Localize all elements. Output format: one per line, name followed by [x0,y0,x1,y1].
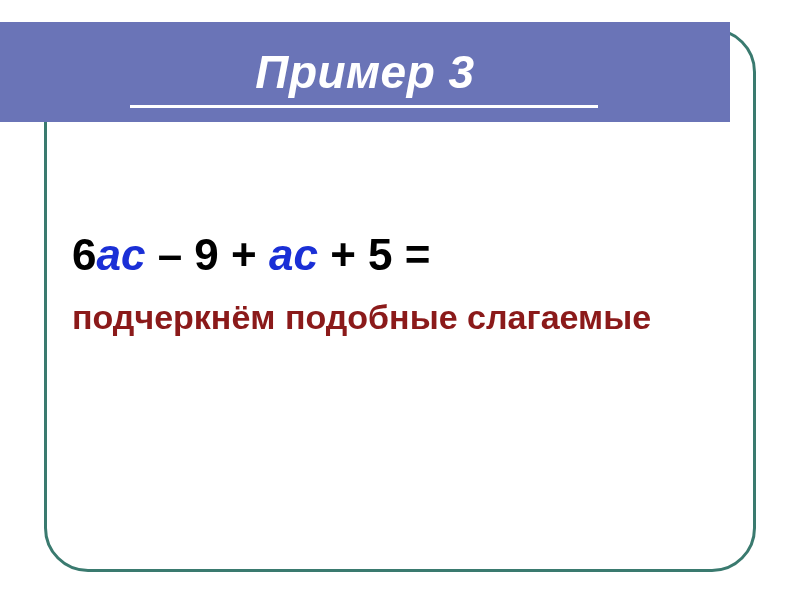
eq-coef-1: 6 [72,230,96,279]
eq-variable-2: ас [269,230,318,279]
eq-tail: + 5 = [318,230,431,279]
slide-title: Пример 3 [255,45,474,99]
eq-mid-1: – 9 + [145,230,269,279]
title-band: Пример 3 [0,22,730,122]
equation-line: 6ас – 9 + ас + 5 = [72,230,740,280]
slide-content: 6ас – 9 + ас + 5 = подчеркнём подобные с… [72,230,740,337]
title-underline [130,105,598,108]
instruction-text: подчеркнём подобные слагаемые [72,298,740,337]
eq-variable-1: ас [96,230,145,279]
